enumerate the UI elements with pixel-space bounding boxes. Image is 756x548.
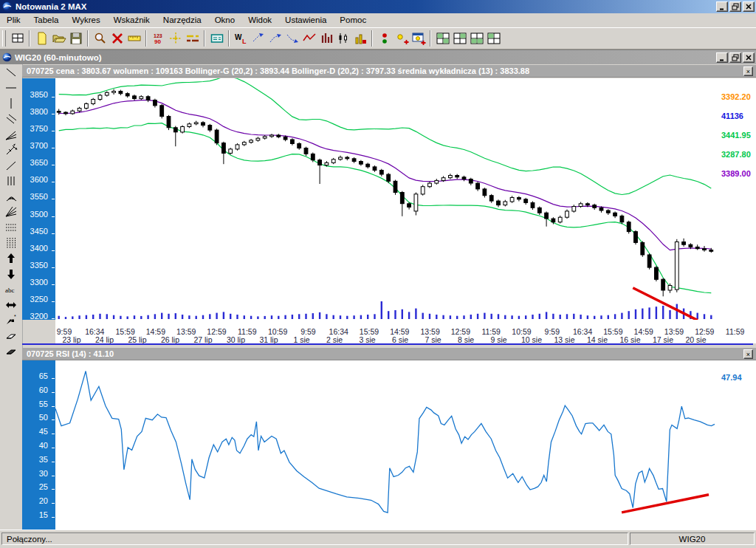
arrow-down-icon[interactable] <box>1 267 21 281</box>
vertical-line-icon[interactable] <box>1 96 21 111</box>
menu-widok[interactable]: Widok <box>241 14 278 27</box>
open-file-icon[interactable] <box>50 30 67 47</box>
time-axis-labels: 9:5916:3415:5914:5913:5912:5911:5910:599… <box>55 327 756 335</box>
chart-window-title: WIG20 (60-minutowo) <box>15 53 102 62</box>
layout-grid-3-icon[interactable] <box>468 30 485 47</box>
close-button[interactable] <box>743 1 755 12</box>
zoom-tool-icon[interactable] <box>92 30 109 47</box>
candle-body <box>188 124 191 127</box>
toolbar-group-4: 12390 <box>150 30 201 47</box>
window-titlebar[interactable]: Notowania 2 MAX <box>0 0 756 13</box>
price-tick-label: 3450 <box>22 227 48 237</box>
chart-restore-button[interactable] <box>729 52 741 63</box>
fib-arcs-icon[interactable] <box>1 189 21 204</box>
table-icon-icon[interactable] <box>208 30 225 47</box>
volume-bar <box>408 312 410 319</box>
bars-chart-icon[interactable] <box>317 30 334 47</box>
candle-body <box>421 187 425 194</box>
candle-body <box>181 127 185 132</box>
horizontal-arrow-icon[interactable] <box>1 298 21 312</box>
volume-bar <box>518 316 520 319</box>
menu-pomoc[interactable]: Pomoc <box>333 14 373 27</box>
volume-bar <box>99 314 100 319</box>
pointer-marker-icon[interactable]: * <box>1 313 21 328</box>
menu-okno[interactable]: Okno <box>208 14 242 27</box>
candle-body <box>346 157 349 159</box>
delete-cross-icon[interactable] <box>109 30 126 47</box>
rsi-info-close-icon[interactable]: × <box>743 349 753 359</box>
rsi-axis[interactable]: 6560555045403530252015 <box>22 360 55 530</box>
rsi-chart[interactable] <box>55 360 756 530</box>
menu-ustawienia[interactable]: Ustawienia <box>278 14 333 27</box>
eraser-icon[interactable] <box>1 329 21 343</box>
horizontal-line-icon[interactable] <box>1 81 21 95</box>
eraser-filled-icon[interactable] <box>1 344 21 359</box>
window-grid-icon[interactable] <box>9 30 26 47</box>
levels-icon[interactable] <box>184 30 201 47</box>
candle-body <box>215 130 219 143</box>
candles-icon-icon[interactable] <box>334 30 351 47</box>
minimize-button[interactable] <box>716 1 728 12</box>
toolbar-group-2 <box>33 30 84 47</box>
vertical-grid-icon[interactable] <box>1 236 21 250</box>
price-tick-mark <box>52 114 55 114</box>
new-file-icon[interactable] <box>33 30 50 47</box>
candle-body <box>379 171 383 175</box>
layout-grid-4-icon[interactable] <box>485 30 502 47</box>
vertical-lines-icon[interactable] <box>1 174 21 188</box>
candle-body <box>408 204 411 208</box>
price-tick-label: 3400 <box>22 244 48 254</box>
text-tool-icon[interactable]: abc <box>1 282 21 297</box>
chart-minimize-button[interactable] <box>716 52 728 63</box>
toolbar: 12390WL <box>0 27 756 49</box>
candle-body <box>98 95 102 100</box>
candle-body <box>194 123 198 124</box>
volume-bar <box>134 315 135 319</box>
arrow-up-icon[interactable] <box>1 251 21 266</box>
parallel-lines-icon[interactable] <box>1 112 21 126</box>
volume-bar <box>65 317 66 319</box>
save-file-icon[interactable] <box>67 30 84 47</box>
volume-icon-icon[interactable] <box>351 30 368 47</box>
trend-line-down-icon[interactable] <box>1 65 21 80</box>
menu-tabela[interactable]: Tabela <box>27 14 66 27</box>
numbers-icon[interactable]: 12390 <box>150 30 167 47</box>
arrow-blue-3-icon[interactable] <box>284 30 300 47</box>
toolbar-grip[interactable] <box>2 30 6 47</box>
window-dot-add-icon[interactable] <box>410 30 427 47</box>
price-axis[interactable]: 3850380037503700365036003550350034503400… <box>22 78 55 320</box>
zigzag-icon[interactable] <box>300 30 317 47</box>
active-symbol: WIG20 <box>630 532 755 545</box>
candle-body <box>545 213 549 219</box>
fan-lines-icon[interactable] <box>1 127 21 142</box>
layout-grid-1-icon[interactable] <box>434 30 451 47</box>
rsi-tick-mark <box>52 378 55 379</box>
menu-plik[interactable]: Plik <box>0 14 27 27</box>
candle-body <box>414 194 418 211</box>
ruler-icon[interactable] <box>126 30 142 47</box>
gann-fan-icon[interactable] <box>1 205 21 219</box>
pitchfork-icon[interactable] <box>1 143 21 157</box>
dot-add-icon[interactable] <box>393 30 410 47</box>
restore-button[interactable] <box>729 1 741 12</box>
trend-line-up-icon[interactable] <box>1 158 21 173</box>
arrow-blue-2-icon[interactable] <box>267 30 284 47</box>
fib-retracement-icon[interactable] <box>1 220 21 235</box>
arrow-blue-1-icon[interactable] <box>250 30 267 47</box>
signal-dots-icon[interactable] <box>376 30 393 47</box>
crosshair-icon[interactable] <box>167 30 184 47</box>
price-chart[interactable] <box>55 78 756 329</box>
price-info-close-icon[interactable]: × <box>743 66 753 76</box>
volume-bar <box>642 309 643 319</box>
layout-grid-2-icon[interactable] <box>451 30 468 47</box>
candle-body <box>489 196 493 201</box>
wl-indicator-icon[interactable]: WL <box>233 30 250 47</box>
toolbar-separator <box>29 30 30 47</box>
menu-narz-dzia[interactable]: Narzędzia <box>157 14 208 27</box>
menu-wykres[interactable]: Wykres <box>65 14 106 27</box>
chart-close-button[interactable] <box>743 52 755 63</box>
volume-bar <box>113 315 114 319</box>
menu-wska-nik[interactable]: Wskaźnik <box>107 14 157 27</box>
chart-window-titlebar[interactable]: WIG20 (60-minutowo) <box>0 50 756 64</box>
volume-bar <box>532 315 533 319</box>
